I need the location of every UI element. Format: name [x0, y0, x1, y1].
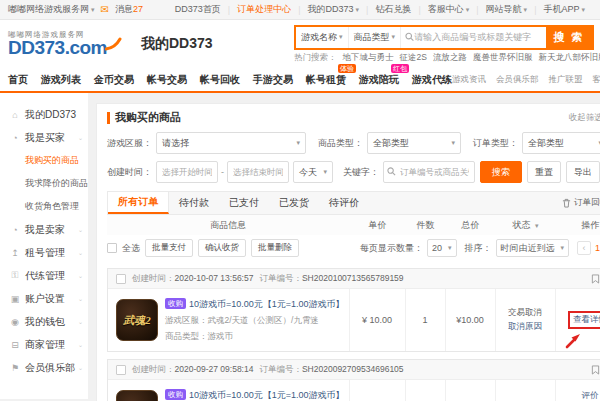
- panel-title: 我购买的商品: [115, 110, 181, 125]
- cancel-reason-link[interactable]: 取消原因: [508, 321, 542, 333]
- nav-item-account-recycle[interactable]: 帐号回收: [200, 73, 240, 87]
- hot-term[interactable]: 流放之路: [433, 52, 467, 64]
- nav-link-service[interactable]: 客服中心: [593, 74, 600, 86]
- view-detail-link[interactable]: 查看详情: [568, 311, 600, 329]
- bookmark-icon[interactable]: [591, 274, 600, 284]
- nav-link-news[interactable]: 游戏资讯: [452, 74, 486, 86]
- topbar-link-sitemap[interactable]: 网站导航▾: [479, 3, 535, 16]
- sidebar-item-price-request[interactable]: 我求降价的商品: [0, 172, 88, 195]
- sidebar-item-buyer[interactable]: ◔我是买家⌄: [0, 126, 88, 149]
- filter-search-button[interactable]: 搜索: [480, 161, 522, 183]
- sidebar-item-wallet[interactable]: ◉我的钱包⌄: [0, 310, 88, 333]
- end-date-input[interactable]: [227, 161, 289, 183]
- tab-all-orders[interactable]: 所有订单: [108, 192, 169, 214]
- product-title: 10游戏币=10.00元【1元=1.00游戏币】: [189, 299, 345, 309]
- tab-pending-payment[interactable]: 待付款: [169, 192, 219, 214]
- keyword-input[interactable]: [383, 161, 475, 183]
- prev-page-button[interactable]: ‹: [577, 241, 591, 255]
- bookmark-icon[interactable]: [591, 365, 600, 375]
- nav-link-promotion[interactable]: 推广联盟: [549, 74, 583, 86]
- sidebar-item-boost-manage[interactable]: ⚿代练管理⌄: [0, 264, 88, 287]
- filter-export-button[interactable]: 导出: [566, 161, 600, 183]
- tab-to-review[interactable]: 待评价: [319, 192, 369, 214]
- collapse-filters-toggle[interactable]: 收起筛选条件 ▴: [569, 112, 600, 124]
- tab-shipped[interactable]: 已发货: [269, 192, 319, 214]
- select-all-checkbox[interactable]: [107, 243, 117, 253]
- order-table-header: 商品信息 单价 件数 总价 状态 ▾ 操作: [107, 215, 600, 235]
- nav-item-game-list[interactable]: 游戏列表: [41, 73, 81, 87]
- order-checkbox[interactable]: [116, 365, 126, 375]
- order-recycle-bin[interactable]: 订单回收站: [562, 197, 600, 209]
- created-label: 创建时间：: [132, 364, 175, 374]
- search-game-select[interactable]: 游戏名称▾: [296, 27, 349, 48]
- sidebar-item-account-settings[interactable]: ▣账户设置⌄: [0, 287, 88, 310]
- sort-select[interactable]: 时间由近到远▾: [496, 239, 570, 257]
- rate-link[interactable]: 评价: [582, 390, 599, 401]
- topbar-link-app[interactable]: 手机APP▾: [536, 3, 592, 16]
- search-button[interactable]: 搜 索: [546, 27, 592, 48]
- sidebar-item-purchased-goods[interactable]: 我购买的商品: [0, 149, 88, 172]
- product-type-select[interactable]: 全部类型▾: [367, 132, 461, 154]
- chevron-down-icon: ▾: [535, 222, 539, 229]
- header-status-label: 状态: [513, 220, 531, 230]
- batch-pay-button[interactable]: 批量支付: [145, 239, 193, 257]
- sidebar-item-my-dd373[interactable]: ⌂我的DD373: [0, 103, 88, 126]
- nav-item-boosting[interactable]: 游戏代练: [412, 73, 452, 87]
- batch-delete-button[interactable]: 批量删除: [251, 239, 299, 257]
- message-link[interactable]: 消息27: [115, 3, 143, 16]
- search-type-select[interactable]: 商品类型▾: [349, 27, 402, 48]
- sidebar-item-label: 会员俱乐部: [25, 361, 75, 375]
- key-icon: ⚿: [10, 270, 20, 281]
- total-price: ¥10.00: [445, 380, 495, 401]
- nav-item-account-rent[interactable]: 帐号租赁体验: [306, 73, 346, 87]
- topbar-link-home[interactable]: DD373首页: [168, 3, 228, 16]
- sidebar-item-receive-role[interactable]: 收货角色管理: [0, 195, 88, 218]
- filter-reset-button[interactable]: 重置: [527, 161, 561, 183]
- header-status[interactable]: 状态 ▾: [496, 219, 556, 232]
- sidebar-item-club[interactable]: ⚑会员俱乐部⌄: [0, 356, 88, 379]
- topbar-link-diamond[interactable]: 钻石兑换: [368, 3, 418, 16]
- start-date-input[interactable]: [156, 161, 218, 183]
- topbar-link-service[interactable]: 客服中心▾: [421, 3, 477, 16]
- nav-item-home[interactable]: 首页: [8, 73, 28, 87]
- sidebar-item-label: 我是买家: [25, 131, 65, 145]
- sidebar-item-rent-manage[interactable]: ↥租号管理⌄: [0, 241, 88, 264]
- topbar-link-my-dd373[interactable]: 我的DD373▾: [301, 3, 367, 16]
- order-checkbox[interactable]: [116, 274, 126, 284]
- game-region-select[interactable]: 请选择▾: [156, 132, 306, 154]
- hot-term[interactable]: 征途2S: [400, 52, 427, 64]
- game-icon[interactable]: 武魂2: [116, 299, 158, 341]
- nav-item-mobile-trade[interactable]: 手游交易: [253, 73, 293, 87]
- product-title-link[interactable]: 收购10游戏币=10.00元【1元=1.00游戏币】: [165, 298, 345, 311]
- topbar-link-label: 客服中心: [428, 4, 464, 14]
- tab-paid[interactable]: 已支付: [219, 192, 269, 214]
- topbar-link-order-center[interactable]: 订单处理中心: [230, 3, 298, 16]
- quick-date-value: 今天: [299, 166, 317, 179]
- product-title-link[interactable]: 收购10游戏币=10.00元【1元=1.00游戏币】: [165, 389, 345, 401]
- nav-link-club[interactable]: 会员俱乐部: [496, 74, 539, 86]
- order-type-select[interactable]: 全部类型▾: [522, 132, 600, 154]
- sidebar-item-seller[interactable]: ◔我是卖家⌄: [0, 218, 88, 241]
- hot-term[interactable]: 新天龙八部怀旧服: [538, 52, 600, 64]
- site-name[interactable]: 嘟嘟网络游戏服务网▾: [8, 3, 95, 16]
- game-icon[interactable]: 武魂2: [116, 390, 158, 401]
- region-label: 游戏区服：: [165, 315, 208, 325]
- confirm-receipt-button[interactable]: 确认收货: [198, 239, 246, 257]
- chevron-down-icon: ▾: [339, 33, 343, 41]
- search-input[interactable]: [414, 32, 542, 42]
- nav-item-account-trade[interactable]: 帐号交易: [147, 73, 187, 87]
- created-label: 创建时间：: [132, 273, 175, 283]
- select-all-label: 全选: [122, 242, 140, 255]
- site-logo[interactable]: 嘟嘟网络游戏服务网 DD373.com: [8, 31, 107, 58]
- per-page-select[interactable]: 20▾: [427, 239, 457, 257]
- nav-item-coin-trade[interactable]: 金币交易: [94, 73, 134, 87]
- nav-item-game-companion[interactable]: 游戏陪玩红包: [359, 73, 399, 87]
- chevron-icon: ⌄: [78, 272, 83, 279]
- hot-term[interactable]: 地下城与勇士: [343, 52, 394, 64]
- quick-date-select[interactable]: 今天▾: [293, 161, 333, 183]
- order-no-label: 订单编号：: [259, 364, 302, 374]
- order-type-label: 订单类型：: [473, 137, 518, 150]
- sidebar-item-merchant[interactable]: ⊟商家管理⌄: [0, 333, 88, 356]
- hot-term[interactable]: 魔兽世界怀旧服: [473, 52, 533, 64]
- chevron-icon: ⌄: [78, 249, 83, 256]
